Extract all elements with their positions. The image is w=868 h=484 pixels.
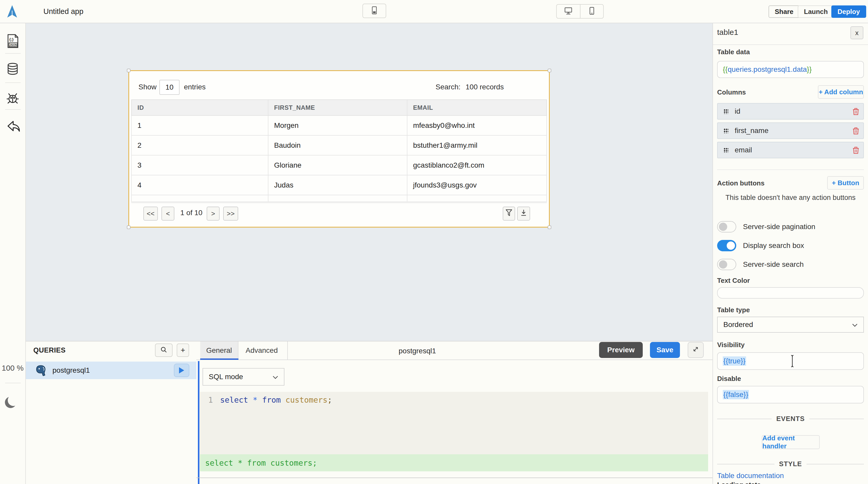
text-cursor-icon [790, 354, 795, 368]
app-title[interactable]: Untitled app [43, 7, 84, 16]
query-mode-select[interactable]: SQL mode [203, 368, 284, 386]
drag-handle-icon[interactable] [723, 109, 728, 114]
svg-text:{;}: {;} [9, 37, 14, 41]
prev-page-button[interactable]: < [161, 206, 175, 221]
add-action-button[interactable]: + Button [827, 176, 864, 190]
table-cell[interactable]: bstuther1@army.mil [407, 136, 548, 155]
table-type-select[interactable]: Bordered [717, 317, 864, 333]
last-page-button[interactable]: >> [223, 206, 238, 221]
visibility-value: {{true}} [723, 356, 746, 366]
resize-handle[interactable] [127, 69, 130, 72]
table-cell[interactable]: 2 [132, 136, 269, 155]
mobile-view-button[interactable] [580, 5, 603, 18]
style-section-header: STYLE [717, 460, 864, 468]
drag-handle-icon[interactable] [723, 128, 728, 133]
page-size-input[interactable]: 10 [159, 80, 180, 95]
canvas-size-button[interactable] [363, 4, 386, 18]
widget-name-title[interactable]: table1 [717, 28, 738, 37]
table-cell[interactable]: gcastiblanco2@ft.com [407, 156, 548, 175]
panel-resizer[interactable] [198, 361, 199, 484]
text-color-input[interactable] [717, 287, 864, 298]
delete-column-button[interactable] [852, 127, 859, 135]
next-page-button[interactable]: > [207, 206, 220, 221]
disable-input[interactable]: {{false}} [717, 386, 864, 404]
server-side-pagination-toggle[interactable] [717, 221, 736, 232]
close-pane-button[interactable]: x [850, 26, 863, 39]
sql-code-editor[interactable]: 1select * from customers; [200, 392, 708, 454]
download-button[interactable] [517, 206, 530, 221]
share-button[interactable]: Share [769, 5, 800, 18]
add-column-button[interactable]: + Add column [818, 85, 864, 99]
tab-general[interactable]: General [200, 342, 239, 359]
table-cell[interactable]: Judas [269, 175, 407, 195]
display-search-box-toggle[interactable] [717, 240, 736, 251]
filter-button[interactable] [503, 206, 515, 221]
desktop-view-button[interactable] [557, 5, 580, 18]
table-cell[interactable]: 1 [132, 116, 269, 135]
line-number: 1 [208, 395, 213, 405]
table-documentation-link[interactable]: Table documentation [717, 472, 784, 480]
query-list-item[interactable]: postgresql1 [26, 362, 196, 379]
toggle-knob [719, 260, 727, 268]
column-header-id[interactable]: ID [132, 100, 269, 115]
table-cell[interactable]: Morgen [269, 116, 407, 135]
show-label: Show [138, 83, 157, 91]
table-data-input[interactable]: {{queries.postgresql1.data}} [717, 61, 864, 78]
undo-arrow-icon[interactable] [5, 119, 20, 134]
column-item[interactable]: email [717, 142, 864, 158]
debug-bug-icon[interactable] [6, 91, 20, 105]
database-icon[interactable] [6, 63, 19, 76]
run-query-button[interactable] [174, 364, 189, 377]
column-header-email[interactable]: EMAIL [407, 100, 548, 115]
left-rail: {;}JSON 100 % [0, 23, 26, 484]
resize-handle[interactable] [127, 225, 130, 229]
save-button[interactable]: Save [650, 342, 680, 358]
search-queries-button[interactable] [155, 344, 173, 357]
table-search-box[interactable]: Search: 100 records [436, 83, 504, 91]
table-cell[interactable]: Baudoin [269, 136, 407, 155]
delete-column-button[interactable] [852, 107, 859, 115]
first-page-button[interactable]: << [144, 206, 158, 221]
table-cell[interactable]: mfeasby0@who.int [407, 116, 548, 135]
json-file-icon[interactable]: {;}JSON [6, 34, 20, 50]
delete-column-button[interactable] [852, 146, 859, 154]
property-pane: table1 x Table data {{queries.postgresql… [712, 23, 868, 484]
resize-handle[interactable] [548, 225, 551, 229]
column-item[interactable]: first_name [717, 122, 864, 139]
add-query-button[interactable]: + [177, 344, 189, 357]
table-row[interactable]: 1 Morgen mfeasby0@who.int [131, 116, 547, 136]
sql-star: * [253, 395, 257, 405]
table-cell[interactable]: 4 [132, 175, 269, 195]
table-cell[interactable]: jfounds3@usgs.gov [407, 175, 548, 195]
column-header-first-name[interactable]: FIRST_NAME [269, 100, 407, 115]
server-side-pagination-label: Server-side pagination [743, 223, 815, 231]
visibility-input[interactable]: {{true}} [717, 352, 864, 370]
text-color-label: Text Color [717, 277, 750, 285]
deploy-button[interactable]: Deploy [831, 5, 866, 18]
tab-advanced[interactable]: Advanced [239, 342, 285, 359]
response-pane-divider[interactable] [196, 478, 712, 478]
server-side-search-toggle[interactable] [717, 259, 736, 270]
expand-diagonal-icon [692, 345, 700, 355]
table-row[interactable]: 4 Judas jfounds3@usgs.gov [131, 175, 547, 195]
appsmith-logo-icon[interactable] [5, 4, 19, 20]
table-header-row: ID FIRST_NAME EMAIL [131, 99, 547, 116]
expand-editor-button[interactable] [688, 342, 704, 358]
table-widget[interactable]: Show 10 entries Search: 100 records ID F… [128, 70, 550, 228]
drag-handle-icon[interactable] [723, 148, 728, 153]
resize-handle[interactable] [548, 69, 551, 72]
chevron-down-icon [273, 373, 278, 381]
rail-divider [5, 53, 21, 54]
table-row[interactable]: 2 Baudoin bstuther1@army.mil [131, 136, 547, 156]
table-cell[interactable]: Gloriane [269, 156, 407, 175]
add-event-handler-button[interactable]: Add event handler [762, 435, 820, 449]
table-row[interactable]: 3 Gloriane gcastiblanco2@ft.com [131, 156, 547, 175]
query-editor-panel: QUERIES + postgresql1 General Advanced p… [26, 341, 712, 484]
style-header-text: STYLE [779, 460, 802, 468]
table-cell[interactable]: 3 [132, 156, 269, 175]
preview-button[interactable]: Preview [599, 342, 643, 358]
launch-button[interactable]: Launch [798, 5, 834, 18]
column-item[interactable]: id [717, 103, 864, 120]
sql-keyword: select [220, 395, 248, 405]
dark-mode-moon-icon[interactable] [8, 395, 19, 406]
